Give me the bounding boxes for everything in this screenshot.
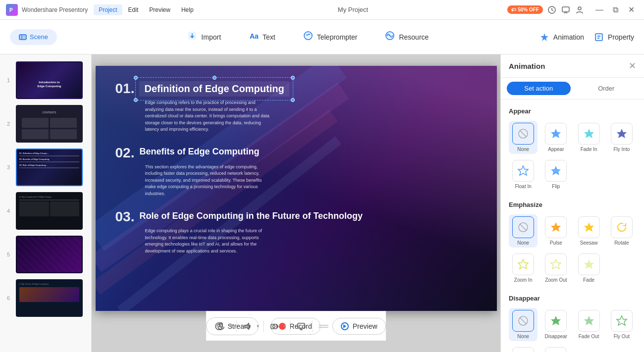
mic-chevron[interactable]: ▾ <box>230 323 232 329</box>
anim-appear[interactable]: Appear <box>541 121 570 154</box>
divider-4 <box>312 320 313 332</box>
nav-edit[interactable]: Edit <box>123 4 144 15</box>
camera-icon[interactable] <box>268 319 281 333</box>
slide-item-5[interactable]: 5 <box>0 233 91 276</box>
toolbar-teleprompter[interactable]: Teleprompter <box>299 27 362 47</box>
nav-help[interactable]: Help <box>176 4 199 15</box>
divider-2 <box>263 320 264 332</box>
promo-badge[interactable]: 🏷 50% OFF <box>507 5 543 14</box>
user-icon[interactable] <box>575 5 585 15</box>
zoom-out-icon <box>550 258 562 270</box>
animation-label: Animation <box>553 33 584 41</box>
toolbar-property[interactable]: Property <box>594 32 634 42</box>
anim-disappear-label: Disappear <box>545 334 568 339</box>
nav-project[interactable]: Project <box>94 4 122 15</box>
flip-appear-icon <box>550 165 562 177</box>
svg-marker-34 <box>551 129 561 138</box>
anim-fade-out[interactable]: Fade Out <box>575 308 603 341</box>
rotate-icon <box>616 221 628 233</box>
slide-item-6[interactable]: 6 4. My, Future of Edge Computing <box>0 276 91 320</box>
anim-flip-appear-icon-box <box>545 160 567 182</box>
slide-item-2[interactable]: 2 CONTENTS <box>0 102 91 146</box>
toolbar-text[interactable]: Aa Text <box>245 27 279 47</box>
anim-float-in[interactable]: Float In <box>509 158 537 191</box>
emphasize-grid: None Pulse Seesaw <box>509 214 636 285</box>
anim-zoom-in-icon-box <box>512 253 534 275</box>
toolbar-animation[interactable]: Animation <box>539 32 584 42</box>
next-slide-arrow[interactable]: › <box>375 322 377 330</box>
anim-none-em-label: None <box>517 240 529 246</box>
anim-appear-icon-box <box>545 123 567 145</box>
anim-zoom-in[interactable]: Zoom In <box>509 251 537 285</box>
nav-preview[interactable]: Preview <box>144 4 175 15</box>
selected-title-1[interactable]: Definition of Edge Computing <box>139 81 289 97</box>
preview-triangle <box>343 324 346 328</box>
camera-group: ▾ <box>268 319 286 333</box>
section-body-1: Edge computing refers to the practice of… <box>115 100 274 133</box>
preview-label: Preview <box>353 322 377 330</box>
section-header-1: 01. Defin <box>115 81 477 97</box>
close-button[interactable]: ✕ <box>624 3 638 17</box>
chat-icon[interactable] <box>561 5 571 15</box>
slide-section-2: 02. Benefits of Edge Computing This sect… <box>115 145 477 198</box>
anim-fade-em[interactable]: Fade <box>575 251 603 285</box>
anim-fly-out[interactable]: Fly Out <box>607 308 636 341</box>
slide-item-3[interactable]: 3 01. Definition of Edge Compu... 02. Be… <box>0 146 91 189</box>
anim-seesaw-label: Seesaw <box>580 240 598 246</box>
toolbar-items: Import Aa Text Teleprompter Resource <box>77 27 539 47</box>
anim-none-appear[interactable]: None <box>509 121 537 154</box>
appear-anim-icon <box>550 128 562 140</box>
anim-disappear-icon-box <box>545 310 567 332</box>
toolbar-resource[interactable]: Resource <box>381 27 432 47</box>
anim-float-out-icon-box <box>512 347 534 352</box>
svg-point-25 <box>273 325 275 328</box>
anim-rotate-label: Rotate <box>614 240 629 246</box>
panel-close-button[interactable]: ✕ <box>629 60 636 71</box>
anim-float-out[interactable]: Float Out <box>509 345 537 352</box>
svg-marker-49 <box>551 316 561 325</box>
anim-fly-into[interactable]: Fly Into <box>607 121 636 154</box>
speaker-group: ▾ <box>241 319 259 333</box>
anim-zoom-out[interactable]: Zoom Out <box>541 251 570 285</box>
anim-seesaw[interactable]: Seesaw <box>575 214 603 248</box>
anim-fly-into-label: Fly Into <box>613 147 630 152</box>
anim-flip-appear[interactable]: Flip <box>541 158 570 191</box>
svg-marker-23 <box>245 323 249 329</box>
anim-fade-out-icon-box <box>578 310 600 332</box>
fade-em-icon <box>583 258 595 270</box>
slide-item-1[interactable]: 1 Introduction toEdge Computing <box>0 58 91 102</box>
anim-none-disappear[interactable]: None <box>509 308 537 341</box>
anim-rotate[interactable]: Rotate <box>607 214 636 248</box>
anim-disappear[interactable]: Disappear <box>541 308 570 341</box>
toolbar-import[interactable]: Import <box>183 27 225 47</box>
speaker-chevron[interactable]: ▾ <box>257 323 259 329</box>
svg-marker-35 <box>584 129 594 138</box>
maximize-button[interactable]: ⧉ <box>608 3 622 17</box>
pulse-icon <box>550 221 562 233</box>
speaker-icon[interactable] <box>241 319 255 333</box>
mic-icon[interactable] <box>214 319 228 333</box>
panel-header: Animation ✕ <box>501 54 644 78</box>
anim-pulse[interactable]: Pulse <box>541 214 570 248</box>
tab-order[interactable]: Order <box>575 82 639 95</box>
anim-none-emphasize[interactable]: None <box>509 214 537 248</box>
anim-flip-dis[interactable]: Flip <box>541 345 570 352</box>
anim-fade-in[interactable]: Fade In <box>575 121 603 154</box>
tab-set-action[interactable]: Set action <box>507 82 571 95</box>
anim-flip-dis-icon-box <box>545 347 567 352</box>
clock-icon[interactable] <box>547 5 557 15</box>
section-title-3: Role of Edge Computing in the Future of … <box>139 211 363 221</box>
toolbar: Scene Import Aa Text Teleprompter Resour… <box>0 20 644 54</box>
slide-canvas[interactable]: 01. Defin <box>96 66 497 311</box>
slide-num-2: 2 <box>5 121 12 127</box>
camera-chevron[interactable]: ▾ <box>283 323 286 329</box>
slide-thumb-6: 4. My, Future of Edge Computing <box>16 279 83 317</box>
minimize-button[interactable]: — <box>592 3 606 17</box>
anim-fly-out-icon-box <box>611 310 633 332</box>
svg-marker-26 <box>277 325 278 328</box>
slide-item-4[interactable]: 4 4. Key Components of Edge Compu... <box>0 189 91 233</box>
slide-num-1: 1 <box>5 77 12 83</box>
screen-icon[interactable] <box>294 319 308 333</box>
scene-button[interactable]: Scene <box>10 29 57 45</box>
fade-in-icon <box>583 128 595 140</box>
